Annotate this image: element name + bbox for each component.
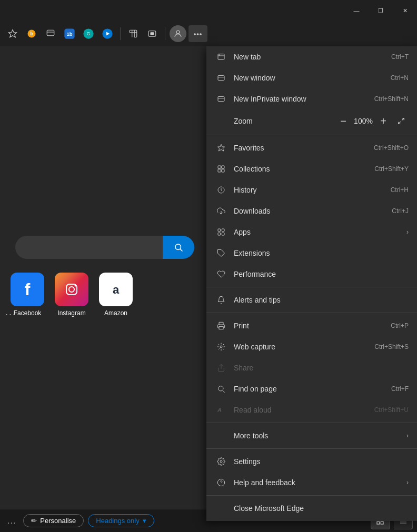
menu-web-capture[interactable]: Web capture Ctrl+Shift+S xyxy=(206,336,417,357)
profile-icon[interactable] xyxy=(170,25,186,42)
collections-shortcut: Ctrl+Shift+Y xyxy=(374,165,409,173)
maximize-button[interactable]: ❐ xyxy=(369,0,393,21)
downloads-label: Downloads xyxy=(234,207,392,215)
zoom-label: Zoom xyxy=(234,117,335,125)
new-tab-icon xyxy=(215,51,227,63)
menu-collections[interactable]: Collections Ctrl+Shift+Y xyxy=(206,158,417,179)
svg-rect-20 xyxy=(218,54,224,60)
close-edge-label: Close Microsoft Edge xyxy=(234,504,409,513)
extensions-menu-icon xyxy=(215,247,227,259)
settings-icon xyxy=(215,455,227,468)
quick-link-instagram[interactable]: Instagram xyxy=(55,273,88,317)
svg-rect-36 xyxy=(218,229,221,232)
copilot-icon[interactable]: G xyxy=(80,25,97,42)
extensions-icon[interactable] xyxy=(125,25,142,42)
new-tab-label: New tab xyxy=(234,53,391,61)
svg-rect-25 xyxy=(218,96,224,101)
menu-more-tools[interactable]: More tools › xyxy=(206,425,417,446)
apps-icon xyxy=(215,226,227,238)
favorites-star-icon[interactable] xyxy=(4,25,21,42)
svg-rect-3 xyxy=(47,30,54,36)
svg-rect-39 xyxy=(222,233,224,235)
favorites-label: Favorites xyxy=(234,144,374,152)
menu-share: Share xyxy=(206,357,417,378)
inprivate-label: New InPrivate window xyxy=(234,95,374,103)
toolbar-divider-2 xyxy=(165,27,165,40)
new-window-shortcut: Ctrl+N xyxy=(391,74,409,82)
svg-rect-38 xyxy=(218,233,221,235)
menu-history[interactable]: History Ctrl+H xyxy=(206,179,417,200)
zoom-minus-button[interactable]: − xyxy=(335,114,352,128)
history-icon xyxy=(215,184,227,196)
read-aloud-icon: A xyxy=(215,404,227,416)
new-window-label: New window xyxy=(234,74,391,82)
menu-inprivate[interactable]: New InPrivate window Ctrl+Shift+N xyxy=(206,88,417,109)
menu-new-tab[interactable]: New tab Ctrl+T xyxy=(206,46,417,67)
svg-text:b: b xyxy=(30,32,33,36)
more-options-button[interactable]: ••• xyxy=(188,25,207,42)
menu-favorites[interactable]: Favorites Ctrl+Shift+O xyxy=(206,137,417,158)
menu-extensions[interactable]: Extensions xyxy=(206,243,417,264)
svg-line-15 xyxy=(180,249,182,251)
edge-play-icon[interactable] xyxy=(99,25,116,42)
zoom-fullscreen-button[interactable] xyxy=(394,114,409,128)
headings-dropdown-button[interactable]: Headings only ▾ xyxy=(88,514,154,527)
history-label: History xyxy=(234,186,391,194)
performance-label: Performance xyxy=(234,270,409,278)
apps-arrow: › xyxy=(406,228,409,236)
menu-downloads[interactable]: Downloads Ctrl+J xyxy=(206,200,417,222)
svg-text:A: A xyxy=(217,407,221,413)
search-input[interactable] xyxy=(15,236,163,259)
minimize-button[interactable]: — xyxy=(344,0,369,21)
menu-alerts[interactable]: Alerts and tips xyxy=(206,289,417,310)
close-button[interactable]: ✕ xyxy=(393,0,417,21)
dropdown-menu: New tab Ctrl+T New window Ctrl+N New InP… xyxy=(206,46,417,521)
menu-help-feedback[interactable]: Help and feedback › xyxy=(206,472,417,493)
favorites-shortcut: Ctrl+Shift+O xyxy=(374,144,409,152)
menu-divider-1 xyxy=(206,135,417,135)
svg-text:1b: 1b xyxy=(66,31,72,37)
menu-settings[interactable]: Settings xyxy=(206,451,417,472)
svg-rect-53 xyxy=(381,521,383,524)
svg-point-47 xyxy=(220,460,222,463)
zoom-row: Zoom − 100% + xyxy=(206,109,417,133)
tab-groups-icon[interactable] xyxy=(42,25,59,42)
share-icon xyxy=(215,362,227,374)
personalise-button[interactable]: ✏ Personalise xyxy=(23,514,84,527)
extension-icon[interactable]: 1b xyxy=(61,25,78,42)
bottom-more-dots[interactable]: ... xyxy=(4,514,19,528)
instagram-icon xyxy=(55,273,88,306)
collections-icon xyxy=(215,163,227,175)
menu-new-window[interactable]: New window Ctrl+N xyxy=(206,67,417,88)
bing-rewards-icon[interactable]: b xyxy=(23,25,40,42)
menu-performance[interactable]: Performance xyxy=(206,264,417,285)
svg-marker-29 xyxy=(217,144,224,151)
svg-rect-31 xyxy=(222,166,224,168)
menu-apps[interactable]: Apps › xyxy=(206,222,417,243)
search-bar-area xyxy=(0,236,209,259)
new-window-icon xyxy=(215,72,227,84)
svg-line-27 xyxy=(402,118,404,121)
personalise-icon: ✏ xyxy=(31,517,37,525)
print-label: Print xyxy=(234,322,391,330)
screenshots-icon[interactable] xyxy=(144,25,161,42)
read-aloud-label: Read aloud xyxy=(234,406,374,414)
search-button[interactable] xyxy=(163,236,194,259)
print-shortcut: Ctrl+P xyxy=(391,322,409,329)
find-icon xyxy=(215,383,227,395)
web-capture-icon xyxy=(215,340,227,353)
toolbar-divider-1 xyxy=(120,27,121,40)
menu-divider-6 xyxy=(206,495,417,496)
menu-find-on-page[interactable]: Find on page Ctrl+F xyxy=(206,378,417,399)
more-tools-label: More tools xyxy=(234,431,402,440)
menu-print[interactable]: Print Ctrl+P xyxy=(206,315,417,336)
svg-text:G: G xyxy=(87,31,91,36)
menu-close-edge[interactable]: Close Microsoft Edge xyxy=(206,498,417,519)
quick-link-amazon[interactable]: a Amazon xyxy=(99,273,133,317)
svg-rect-12 xyxy=(151,33,154,35)
find-label: Find on page xyxy=(234,385,391,393)
zoom-plus-button[interactable]: + xyxy=(375,114,392,128)
print-icon xyxy=(215,319,227,332)
svg-point-17 xyxy=(69,287,74,292)
menu-divider-4 xyxy=(206,423,417,423)
